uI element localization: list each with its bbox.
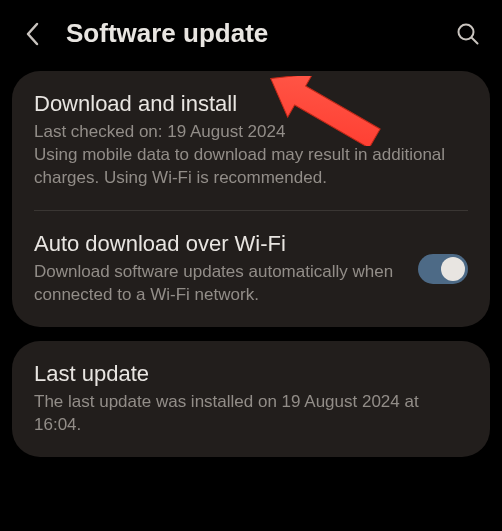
settings-card-2: Last update The last update was installe… — [12, 341, 490, 457]
download-install-lastchecked: Last checked on: 19 August 2024 — [34, 121, 468, 144]
back-icon[interactable] — [18, 20, 46, 48]
header-bar: Software update — [0, 0, 502, 71]
toggle-knob — [441, 257, 465, 281]
settings-card-1: Download and install Last checked on: 19… — [12, 71, 490, 327]
search-icon[interactable] — [454, 20, 482, 48]
auto-download-toggle[interactable] — [418, 254, 468, 284]
svg-point-0 — [459, 24, 474, 39]
download-and-install-item[interactable]: Download and install Last checked on: 19… — [12, 71, 490, 210]
svg-line-1 — [472, 38, 478, 44]
download-install-description: Using mobile data to download may result… — [34, 144, 468, 190]
auto-download-item[interactable]: Auto download over Wi-Fi Download softwa… — [12, 211, 490, 327]
download-install-title: Download and install — [34, 91, 468, 117]
auto-download-title: Auto download over Wi-Fi — [34, 231, 402, 257]
auto-download-description: Download software updates automatically … — [34, 261, 402, 307]
last-update-title: Last update — [34, 361, 468, 387]
last-update-description: The last update was installed on 19 Augu… — [34, 391, 468, 437]
page-title: Software update — [66, 18, 454, 49]
last-update-item[interactable]: Last update The last update was installe… — [12, 341, 490, 457]
